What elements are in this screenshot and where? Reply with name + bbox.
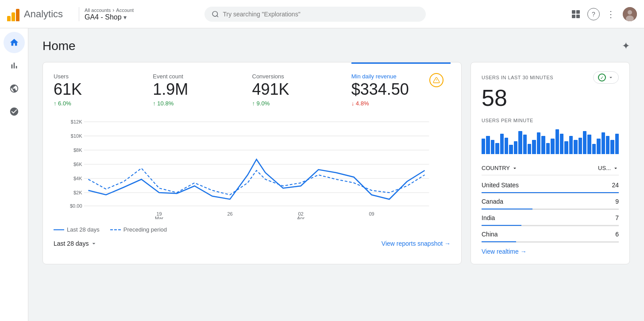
- status-check-icon: ✓: [598, 73, 606, 81]
- page-title: Home: [42, 39, 76, 53]
- sidebar-item-home[interactable]: [4, 32, 25, 53]
- bar-chart-bar: [491, 140, 494, 155]
- country-name: Canada: [482, 198, 503, 205]
- sidebar-item-explore[interactable]: [4, 78, 25, 99]
- alert-icon[interactable]: [429, 73, 443, 87]
- sparkle-icon[interactable]: ✦: [622, 40, 630, 52]
- users-count: 58: [482, 85, 619, 111]
- period-label: Last 28 days: [54, 240, 89, 247]
- country-value: 6: [615, 231, 619, 238]
- legend-solid-label: Last 28 days: [67, 226, 100, 233]
- header-actions: ? ⋮: [568, 6, 637, 22]
- sidebar-item-reports[interactable]: [4, 55, 25, 76]
- explore-icon: [9, 84, 19, 93]
- status-badge[interactable]: ✓: [593, 71, 619, 84]
- period-dropdown-icon: [90, 240, 97, 247]
- bar-chart-bar: [546, 143, 550, 155]
- bar-chart-bar: [523, 135, 527, 154]
- view-realtime-link[interactable]: View realtime →: [482, 248, 619, 255]
- more-options-button[interactable]: ⋮: [603, 6, 619, 22]
- country-row[interactable]: United States 24: [482, 177, 619, 193]
- line-chart: $12K $10K $8K $6K $4K $2K $0.00 19 Mar 2…: [54, 117, 451, 219]
- metric-users: Users 61K ↑ 6.0%: [54, 73, 153, 107]
- x-label-09: 09: [369, 211, 374, 217]
- search-bar: [204, 7, 426, 22]
- breadcrumb-all-accounts: All accounts: [85, 8, 111, 13]
- legend-dashed: Preceding period: [110, 226, 167, 233]
- active-tab-indicator: [351, 62, 451, 64]
- page-header: Home ✦: [42, 39, 630, 53]
- metric-users-value: 61K: [54, 81, 146, 97]
- country-header: COUNTRY US...: [482, 161, 619, 175]
- bar-chart-bar: [551, 139, 554, 154]
- bar-chart-bar: [569, 136, 573, 154]
- bar-chart-bar: [482, 139, 485, 154]
- country-bar-fill: [482, 209, 532, 209]
- country-row[interactable]: China 6: [482, 226, 619, 243]
- y-label-4k: $4K: [73, 176, 82, 181]
- x-label-26: 26: [227, 211, 232, 217]
- logo-bar-2: [12, 12, 15, 21]
- x-label-mar: Mar: [155, 216, 163, 219]
- users-per-minute-chart: [482, 128, 619, 154]
- x-label-apr: Apr: [297, 216, 305, 219]
- status-dropdown-icon: [608, 74, 614, 81]
- view-reports-link[interactable]: View reports snapshot →: [382, 240, 451, 247]
- account-info: All accounts › Account GA4 - Shop ▾: [85, 7, 134, 21]
- search-icon: [212, 10, 219, 18]
- sidebar-item-advertising[interactable]: [4, 101, 25, 122]
- chart-legend: Last 28 days Preceding period: [54, 226, 451, 233]
- us-dropdown-icon: [613, 165, 619, 171]
- legend-solid: Last 28 days: [54, 226, 100, 233]
- metric-event-count: Event count 1.9M ↑ 10.8%: [153, 73, 252, 107]
- bar-chart-bar: [500, 134, 504, 155]
- solid-line: [89, 159, 425, 199]
- y-label-8k: $8K: [73, 147, 82, 153]
- bar-chart-bar: [486, 136, 490, 154]
- legend-dashed-line: [110, 229, 121, 230]
- metric-event-label: Event count: [153, 73, 245, 80]
- bar-chart-bar: [587, 135, 591, 154]
- search-wrapper: [204, 7, 426, 22]
- country-row[interactable]: India 7: [482, 210, 619, 226]
- svg-point-2: [628, 10, 632, 15]
- bar-chart-bar: [560, 134, 563, 155]
- bar-chart-bar: [602, 132, 605, 154]
- avatar-image: [623, 7, 637, 21]
- metric-conversions: Conversions 491K ↑ 9.0%: [252, 73, 351, 107]
- y-label-6k: $6K: [73, 162, 82, 167]
- user-avatar[interactable]: [623, 7, 637, 21]
- metric-event-value: 1.9M: [153, 81, 245, 97]
- realtime-footer: View realtime →: [482, 243, 619, 255]
- svg-point-0: [213, 11, 218, 16]
- chart-container: $12K $10K $8K $6K $4K $2K $0.00 19 Mar 2…: [54, 117, 451, 219]
- country-filter[interactable]: COUNTRY: [482, 165, 518, 171]
- country-bar-fill: [482, 241, 516, 242]
- breadcrumb-chevron: ›: [112, 7, 114, 13]
- realtime-card: USERS IN LAST 30 MINUTES ✓ 58 USERS PER …: [470, 62, 630, 264]
- realtime-header: USERS IN LAST 30 MINUTES ✓: [482, 71, 619, 84]
- metric-revenue-change: ↓ 4.8%: [351, 100, 409, 107]
- bar-chart-bar: [541, 136, 545, 154]
- metric-users-change: ↑ 6.0%: [54, 100, 146, 107]
- country-bar-fill: [482, 225, 521, 226]
- realtime-label: USERS IN LAST 30 MINUTES: [482, 75, 553, 80]
- content-grid: Users 61K ↑ 6.0% Event count 1.9M ↑ 10.8…: [42, 62, 630, 264]
- period-selector[interactable]: Last 28 days: [54, 240, 97, 247]
- bar-chart-bar: [528, 144, 531, 154]
- metric-users-label: Users: [54, 73, 146, 80]
- search-input[interactable]: [223, 11, 419, 18]
- bar-chart-bar: [610, 140, 614, 155]
- help-button[interactable]: ?: [587, 8, 600, 20]
- reports-icon: [9, 61, 19, 70]
- metric-event-change: ↑ 10.8%: [153, 100, 245, 107]
- grid-view-button[interactable]: [568, 6, 584, 22]
- account-dropdown-arrow: ▾: [123, 14, 127, 21]
- country-name: India: [482, 214, 495, 221]
- account-name-selector[interactable]: GA4 - Shop ▾: [85, 13, 134, 21]
- logo-bar-3: [16, 9, 19, 21]
- grid-icon: [572, 10, 580, 18]
- us-filter[interactable]: US...: [598, 165, 619, 171]
- country-value: 7: [615, 214, 619, 221]
- country-row[interactable]: Canada 9: [482, 193, 619, 210]
